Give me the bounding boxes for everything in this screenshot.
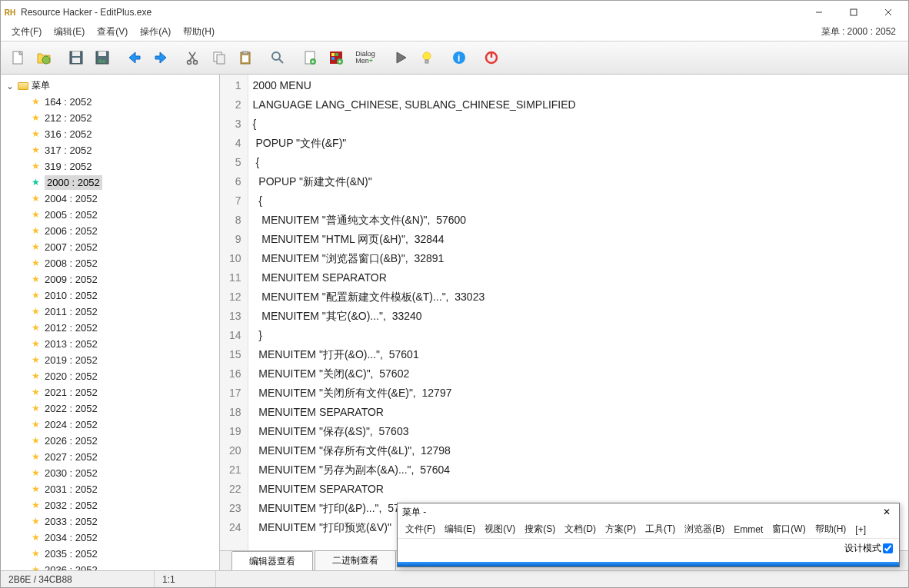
main-window: RH Resource Hacker - EditPlus.exe 文件(F) …	[0, 0, 909, 588]
popup-menu-item[interactable]: 文档(D)	[560, 520, 601, 538]
tree-item[interactable]: ★2033 : 2052	[1, 513, 219, 530]
save-as-icon[interactable]: As	[90, 45, 115, 70]
tree-item[interactable]: ★2013 : 2052	[1, 336, 219, 352]
tree-item[interactable]: ★2034 : 2052	[1, 530, 219, 546]
tree-item-label: 2031 : 2052	[45, 482, 98, 497]
collapse-icon[interactable]: ⌄	[5, 81, 15, 91]
design-mode-checkbox[interactable]	[883, 543, 893, 553]
tree-item[interactable]: ★317 : 2052	[1, 142, 219, 158]
menu-file[interactable]: 文件(F)	[5, 24, 48, 40]
svg-point-21	[272, 52, 280, 60]
cut-icon[interactable]	[181, 45, 205, 70]
play-icon[interactable]	[388, 45, 413, 70]
tree-item[interactable]: ★2032 : 2052	[1, 497, 219, 513]
tab-editor-view[interactable]: 编辑器查看	[231, 551, 313, 570]
tree-item[interactable]: ★2011 : 2052	[1, 304, 219, 320]
popup-menu-item[interactable]: 帮助(H)	[811, 520, 851, 538]
close-button[interactable]	[871, 2, 905, 24]
tree-item[interactable]: ★212 : 2052	[1, 110, 219, 126]
tree-item[interactable]: ★2012 : 2052	[1, 320, 219, 336]
idea-icon[interactable]	[415, 45, 439, 70]
power-icon[interactable]	[479, 45, 504, 70]
find-icon[interactable]	[265, 45, 290, 70]
menu-help[interactable]: 帮助(H)	[177, 24, 221, 40]
popup-menu-item[interactable]: 浏览器(B)	[680, 520, 729, 538]
popup-selection-bar	[398, 562, 899, 566]
code-editor[interactable]: 123456789101112131415161718192021222324 …	[220, 75, 908, 550]
tree-item[interactable]: ★2010 : 2052	[1, 287, 219, 304]
tree-item[interactable]: ★2024 : 2052	[1, 417, 219, 433]
tree-root[interactable]: ⌄ 菜单	[1, 78, 219, 94]
tree-item-label: 2022 : 2052	[45, 401, 98, 416]
new-icon[interactable]	[5, 45, 30, 70]
menu-preview-window[interactable]: 菜单 - ✕ 文件(F)编辑(E)视图(V)搜索(S)文档(D)方案(P)工具(…	[397, 503, 900, 567]
statusbar: 2B6E / 34CB88 1:1	[1, 570, 908, 587]
tree-item[interactable]: ★164 : 2052	[1, 94, 219, 110]
paste-icon[interactable]	[233, 45, 258, 70]
design-mode-toggle[interactable]: 设计模式	[844, 542, 893, 555]
menu-view[interactable]: 查看(V)	[91, 24, 134, 40]
tree-item[interactable]: ★319 : 2052	[1, 158, 219, 174]
popup-menu-item[interactable]: 搜索(S)	[520, 520, 560, 538]
open-icon[interactable]	[32, 45, 56, 70]
tree-item[interactable]: ★2006 : 2052	[1, 223, 219, 239]
titlebar: RH Resource Hacker - EditPlus.exe	[1, 1, 908, 24]
forward-icon[interactable]	[148, 45, 173, 70]
maximize-button[interactable]	[836, 2, 871, 24]
tree-item[interactable]: ★2007 : 2052	[1, 239, 219, 255]
svg-text:i: i	[458, 53, 460, 64]
tree-item[interactable]: ★2020 : 2052	[1, 368, 219, 384]
svg-point-32	[423, 52, 431, 60]
popup-close-button[interactable]: ✕	[876, 507, 897, 517]
tree-item[interactable]: ★2021 : 2052	[1, 384, 219, 400]
popup-menu-item[interactable]: Emmet	[729, 522, 767, 537]
info-icon[interactable]: i	[447, 45, 471, 70]
tree-item[interactable]: ★2027 : 2052	[1, 449, 219, 465]
popup-menu-item[interactable]: 方案(P)	[601, 520, 641, 538]
tree-item[interactable]: ★2019 : 2052	[1, 352, 219, 368]
svg-rect-27	[331, 53, 335, 56]
save-icon[interactable]	[64, 45, 88, 70]
tree-item-label: 2009 : 2052	[45, 272, 98, 287]
dialog-menu-icon[interactable]: DialogMen+	[350, 45, 381, 70]
tree-item[interactable]: ★2004 : 2052	[1, 191, 219, 207]
tree-item[interactable]: ★2036 : 2052	[1, 562, 219, 570]
tree-item[interactable]: ★316 : 2052	[1, 126, 219, 142]
star-icon: ★	[32, 143, 40, 158]
popup-menu-item[interactable]: 工具(T)	[641, 520, 680, 538]
back-icon[interactable]	[122, 45, 147, 70]
tree-item[interactable]: ★2035 : 2052	[1, 546, 219, 562]
status-offset: 2B6E / 34CB88	[1, 571, 155, 587]
binary-resource-icon[interactable]: +	[324, 45, 348, 70]
tree-item[interactable]: ★2009 : 2052	[1, 271, 219, 287]
minimize-button[interactable]	[801, 2, 836, 24]
toolbar: As + + DialogMen+ i	[1, 41, 908, 75]
star-icon: ★	[32, 191, 40, 206]
popup-menu-item[interactable]: [+]	[851, 522, 871, 537]
popup-titlebar[interactable]: 菜单 - ✕	[398, 503, 899, 520]
tree-item-label: 2019 : 2052	[45, 353, 98, 367]
tree-item[interactable]: ★2031 : 2052	[1, 481, 219, 497]
new-resource-icon[interactable]: +	[298, 45, 322, 70]
tree-pane[interactable]: ⌄ 菜单 ★164 : 2052★212 : 2052★316 : 2052★3…	[1, 75, 220, 570]
popup-menu-item[interactable]: 视图(V)	[480, 520, 520, 538]
svg-rect-28	[335, 53, 338, 56]
tree-item[interactable]: ★2022 : 2052	[1, 400, 219, 417]
popup-menu-item[interactable]: 窗口(W)	[767, 520, 810, 538]
tree-root-label: 菜单	[32, 79, 50, 92]
code-content[interactable]: 2000 MENULANGUAGE LANG_CHINESE, SUBLANG_…	[248, 75, 576, 550]
menu-action[interactable]: 操作(A)	[134, 24, 177, 40]
popup-menu-item[interactable]: 编辑(E)	[440, 520, 480, 538]
tree-item[interactable]: ★2008 : 2052	[1, 255, 219, 271]
tree-item[interactable]: ★2000 : 2052	[1, 174, 219, 191]
menu-edit[interactable]: 编辑(E)	[48, 24, 91, 40]
tree-item[interactable]: ★2030 : 2052	[1, 465, 219, 481]
tab-binary-view[interactable]: 二进制查看	[315, 550, 396, 570]
copy-icon[interactable]	[207, 45, 231, 70]
popup-menu-item[interactable]: 文件(F)	[401, 520, 440, 538]
svg-rect-33	[425, 60, 428, 63]
folder-icon	[18, 82, 28, 90]
tree-item-label: 2010 : 2052	[45, 288, 98, 303]
tree-item[interactable]: ★2005 : 2052	[1, 207, 219, 223]
tree-item[interactable]: ★2026 : 2052	[1, 433, 219, 449]
